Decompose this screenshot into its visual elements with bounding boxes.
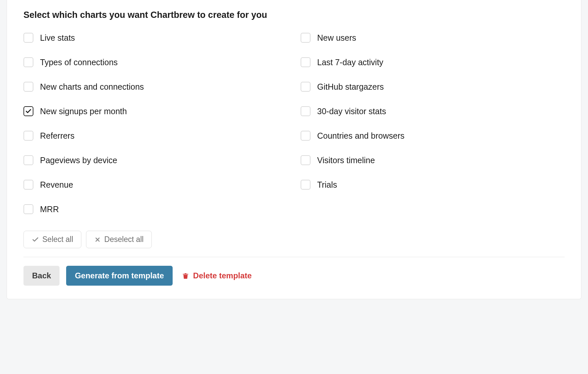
checkbox[interactable]	[301, 106, 311, 116]
checkbox[interactable]	[23, 106, 33, 116]
chart-option-label: Pageviews by device	[40, 156, 117, 165]
check-icon	[32, 236, 39, 243]
chart-option-label: New signups per month	[40, 107, 127, 116]
chart-option[interactable]: Last 7-day activity	[301, 57, 565, 67]
chart-option[interactable]: New signups per month	[23, 106, 287, 116]
options-column-right: New usersLast 7-day activityGitHub starg…	[301, 33, 565, 214]
chart-option[interactable]: Revenue	[23, 180, 287, 190]
chart-option[interactable]: 30-day visitor stats	[301, 106, 565, 116]
chart-option-label: 30-day visitor stats	[317, 107, 386, 116]
chart-option-label: Live stats	[40, 33, 75, 43]
chart-option[interactable]: Referrers	[23, 131, 287, 141]
checkbox[interactable]	[301, 57, 311, 67]
chart-option-label: GitHub stargazers	[317, 82, 384, 92]
chart-option-label: Last 7-day activity	[317, 58, 383, 67]
chart-option[interactable]: Types of connections	[23, 57, 287, 67]
chart-option-label: Referrers	[40, 131, 74, 141]
chart-option[interactable]: Trials	[301, 180, 565, 190]
chart-option-label: Trials	[317, 180, 337, 190]
options-columns: Live statsTypes of connectionsNew charts…	[23, 33, 565, 214]
back-button[interactable]: Back	[23, 266, 60, 286]
chart-option-label: Types of connections	[40, 58, 118, 67]
chart-option[interactable]: Pageviews by device	[23, 155, 287, 165]
select-buttons-row: Select all Deselect all	[23, 231, 565, 248]
divider	[23, 257, 565, 257]
checkbox[interactable]	[301, 131, 311, 141]
chart-option-label: New charts and connections	[40, 82, 144, 92]
deselect-all-label: Deselect all	[104, 235, 144, 244]
checkbox[interactable]	[23, 82, 33, 92]
checkbox[interactable]	[23, 33, 33, 43]
checkbox[interactable]	[23, 57, 33, 67]
action-row: Back Generate from template Delete templ…	[23, 266, 565, 286]
chart-option[interactable]: Visitors timeline	[301, 155, 565, 165]
checkbox[interactable]	[23, 155, 33, 165]
select-all-button[interactable]: Select all	[23, 231, 81, 248]
checkbox[interactable]	[301, 82, 311, 92]
checkbox[interactable]	[301, 155, 311, 165]
chart-option[interactable]: Live stats	[23, 33, 287, 43]
checkbox[interactable]	[23, 204, 33, 214]
chart-selection-panel: Select which charts you want Chartbrew t…	[7, 0, 581, 299]
checkbox[interactable]	[301, 33, 311, 43]
chart-option[interactable]: MRR	[23, 204, 287, 214]
checkbox[interactable]	[23, 180, 33, 190]
select-all-label: Select all	[42, 235, 73, 244]
chart-option[interactable]: New users	[301, 33, 565, 43]
chart-option[interactable]: GitHub stargazers	[301, 82, 565, 92]
chart-option-label: Countries and browsers	[317, 131, 404, 141]
delete-template-label: Delete template	[193, 271, 252, 280]
generate-button[interactable]: Generate from template	[66, 266, 172, 286]
chart-option-label: New users	[317, 33, 356, 43]
checkmark-icon	[25, 108, 32, 115]
checkbox[interactable]	[301, 180, 311, 190]
checkbox[interactable]	[23, 131, 33, 141]
chart-option-label: Visitors timeline	[317, 156, 375, 165]
chart-option[interactable]: New charts and connections	[23, 82, 287, 92]
close-icon	[94, 236, 101, 243]
panel-heading: Select which charts you want Chartbrew t…	[23, 10, 565, 20]
deselect-all-button[interactable]: Deselect all	[86, 231, 152, 248]
trash-icon	[182, 272, 189, 280]
chart-option-label: Revenue	[40, 180, 73, 190]
delete-template-button[interactable]: Delete template	[179, 266, 254, 286]
options-column-left: Live statsTypes of connectionsNew charts…	[23, 33, 287, 214]
chart-option[interactable]: Countries and browsers	[301, 131, 565, 141]
chart-option-label: MRR	[40, 205, 59, 214]
